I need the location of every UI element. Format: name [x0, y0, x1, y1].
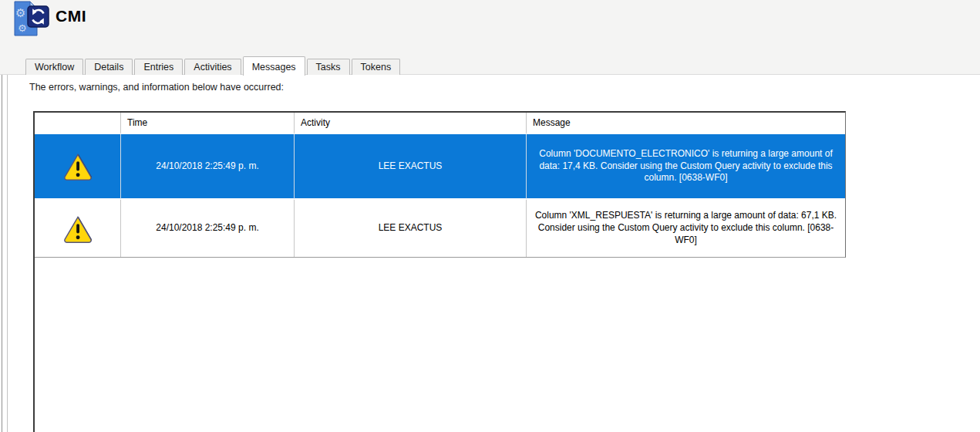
tab-activities[interactable]: Activities: [184, 59, 241, 75]
row-activity-cell: LEE EXACTUS: [295, 134, 527, 200]
tab-workflow[interactable]: Workflow: [25, 59, 83, 75]
column-header-icon: [35, 113, 121, 134]
messages-table: Time Activity Message 24/1: [35, 111, 846, 258]
warning-icon: [41, 214, 114, 243]
column-header-time: Time: [121, 113, 295, 134]
column-header-message: Message: [527, 113, 845, 134]
tab-tasks[interactable]: Tasks: [307, 59, 350, 75]
tab-messages[interactable]: Messages: [243, 56, 305, 76]
row-message-cell: Column 'DOCUMENTO_ELECTRONICO' is return…: [527, 134, 845, 200]
table-row[interactable]: 24/10/2018 2:25:49 p. m. LEE EXACTUS Col…: [35, 134, 845, 200]
tab-entries[interactable]: Entries: [134, 59, 183, 75]
tabstrip: Workflow Details Entries Activities Mess…: [25, 56, 402, 75]
warning-icon: [41, 152, 114, 181]
messages-intro-text: The errors, warnings, and information be…: [29, 82, 284, 93]
page-title: CMI: [56, 7, 86, 25]
tab-details[interactable]: Details: [85, 59, 133, 75]
row-activity-cell: LEE EXACTUS: [295, 200, 527, 257]
table-header-row: Time Activity Message: [35, 113, 845, 134]
row-time-cell: 24/10/2018 2:25:49 p. m.: [121, 200, 295, 257]
svg-text:⚙: ⚙: [18, 22, 27, 34]
row-icon-cell: [35, 134, 121, 200]
column-header-activity: Activity: [295, 113, 527, 134]
messages-grid: Time Activity Message 24/1: [33, 111, 847, 432]
row-icon-cell: [35, 200, 121, 257]
tab-tokens[interactable]: Tokens: [352, 59, 401, 75]
workflow-document-sync-icon: ⚙ ⚙: [12, 1, 51, 36]
row-time-cell: 24/10/2018 2:25:49 p. m.: [121, 134, 295, 200]
table-row[interactable]: 24/10/2018 2:25:49 p. m. LEE EXACTUS Col…: [35, 200, 845, 257]
svg-text:⚙: ⚙: [15, 6, 25, 20]
row-message-cell: Column 'XML_RESPUESTA' is returning a la…: [527, 200, 845, 257]
